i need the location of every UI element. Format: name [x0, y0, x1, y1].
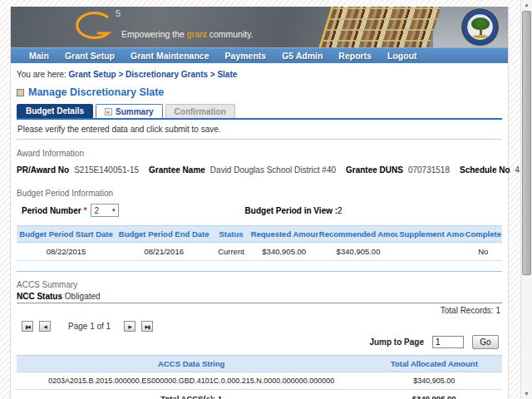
- accs-total-row: Total ACCS(s): 1 $340,905.00: [17, 390, 502, 399]
- chevron-down-icon: ▼: [111, 208, 116, 213]
- tab-confirmation[interactable]: Confirmation: [165, 104, 235, 118]
- period-number-label: Period Number: [22, 206, 81, 215]
- dept-of-education-seal-icon: [461, 7, 500, 47]
- grantee-name-value: David Douglas School District #40: [210, 165, 336, 175]
- grantee-duns-label: Grantee DUNS: [346, 165, 403, 175]
- col-status: Status: [212, 226, 249, 243]
- ncc-status-row: NCC Status Obligated: [17, 289, 502, 303]
- cell-complete: No: [465, 243, 502, 261]
- budget-table-header-row: Budget Period Start Date Budget Period E…: [17, 226, 502, 243]
- schedule-no-value: 4: [515, 165, 520, 175]
- budget-period-in-view-value: 2: [337, 206, 342, 215]
- nav-item-reports[interactable]: Reports: [338, 51, 372, 61]
- page-container: 5 Empowering the grant community. Main G…: [10, 7, 509, 399]
- breadcrumb: You are here: Grant Setup > Discretionar…: [17, 70, 502, 79]
- divider: [17, 271, 502, 272]
- go-button[interactable]: Go: [472, 335, 499, 349]
- app-banner: 5 Empowering the grant community.: [11, 7, 508, 47]
- budget-period-section-label: Budget Period Information: [17, 189, 502, 198]
- col-complete: Complete: [465, 226, 502, 243]
- cell-total-allocated: $340,905.00: [366, 372, 502, 390]
- page-indicator: Page 1 of 1: [68, 322, 111, 331]
- prev-page-icon[interactable]: ◀: [39, 321, 51, 332]
- jump-to-page-label: Jump to Page: [369, 337, 424, 347]
- pagination-top: ▮◀ ◀ Page 1 of 1 ▶ ▶▮: [17, 321, 502, 332]
- award-info-fields: PR/Award No S215E140051-15 Grantee Name …: [17, 165, 502, 175]
- nav-item-grant-setup[interactable]: Grant Setup: [65, 51, 115, 61]
- tab-bar: Budget Details ▸ Summary Confirmation: [17, 104, 502, 118]
- nav-item-payments[interactable]: Payments: [225, 51, 267, 61]
- accs-table: ACCS Data String Total Allocated Amount …: [17, 355, 502, 399]
- breadcrumb-prefix: You are here:: [17, 70, 66, 79]
- last-page-icon[interactable]: ▶▮: [141, 321, 153, 332]
- budget-period-table: Budget Period Start Date Budget Period E…: [17, 225, 502, 261]
- nav-item-g5-admin[interactable]: G5 Admin: [282, 51, 323, 61]
- scrollbar-thumb[interactable]: [522, 11, 531, 275]
- main-nav: Main Grant Setup Grant Maintenance Payme…: [11, 47, 508, 63]
- cell-supplement: [398, 243, 464, 261]
- g5-logo-icon: [71, 10, 116, 47]
- accs-table-row: 0203A2015.B.2015.000000.ES000000.GBD.410…: [17, 372, 502, 390]
- tab-budget-details[interactable]: Budget Details: [17, 104, 93, 118]
- period-number-select[interactable]: 2 ▼: [91, 204, 119, 217]
- col-accs-data-string: ACCS Data String: [17, 356, 366, 372]
- budget-table-row: 08/22/2015 08/21/2016 Current $340,905.0…: [17, 243, 502, 261]
- next-page-icon[interactable]: ▶: [124, 321, 135, 332]
- cell-end-date: 08/21/2016: [116, 243, 212, 261]
- jump-row-top: Jump to Page Go: [17, 335, 502, 349]
- first-page-icon[interactable]: ▮◀: [22, 321, 33, 332]
- cell-accs-data-string: 0203A2015.B.2015.000000.ES000000.GBD.410…: [17, 372, 366, 390]
- ncc-status-label: NCC Status: [17, 292, 62, 301]
- ncc-status-value: Obligated: [65, 292, 101, 301]
- page-title: Manage Discretionary Slate: [17, 86, 502, 98]
- nav-item-grant-maintenance[interactable]: Grant Maintenance: [131, 51, 209, 61]
- nav-item-logout[interactable]: Logout: [387, 51, 417, 61]
- col-requested: Requested Amount: [250, 226, 318, 243]
- col-total-allocated: Total Allocated Amount: [366, 356, 502, 372]
- tab-summary[interactable]: ▸ Summary: [96, 104, 163, 118]
- scroll-down-icon[interactable]: ▼: [521, 391, 532, 397]
- cell-status: Current: [212, 243, 249, 261]
- pr-award-no-label: PR/Award No: [17, 165, 69, 175]
- required-marker: *: [84, 206, 87, 215]
- jump-to-page-input[interactable]: [432, 336, 464, 348]
- col-supplement: Supplement Amount: [398, 226, 464, 243]
- col-end-date: Budget Period End Date: [116, 226, 212, 243]
- grantee-name-label: Grantee Name: [149, 165, 205, 175]
- cell-recommended: $340,905.00: [318, 243, 398, 261]
- nav-item-main[interactable]: Main: [29, 51, 49, 61]
- award-info-section-label: Award Information: [17, 149, 502, 158]
- col-recommended: Recommended Amount: [318, 226, 398, 243]
- schedule-no-label: Schedule No: [460, 165, 510, 175]
- cell-start-date: 08/22/2015: [17, 243, 116, 261]
- accs-total-amount: $340,905.00: [366, 390, 502, 399]
- accs-table-header-row: ACCS Data String Total Allocated Amount: [17, 356, 502, 372]
- budget-period-in-view: Budget Period in View :2: [245, 206, 342, 215]
- col-start-date: Budget Period Start Date: [17, 226, 116, 243]
- cell-requested: $340,905.00: [250, 243, 318, 261]
- breadcrumb-path[interactable]: Grant Setup > Discretionary Grants > Sla…: [68, 70, 237, 79]
- total-records-top: Total Records: 1: [17, 306, 502, 315]
- grantee-duns-value: 070731518: [408, 165, 450, 175]
- pr-award-no-value: S215E140051-15: [74, 165, 139, 175]
- bookshelf-image: [318, 7, 441, 47]
- g5-logo-sup: 5: [116, 8, 121, 18]
- page-title-icon: [17, 89, 24, 96]
- accs-total-label: Total ACCS(s): 1: [17, 390, 366, 399]
- summary-tab-icon: ▸: [105, 108, 112, 116]
- vertical-scrollbar[interactable]: ▲ ▼: [520, 0, 532, 399]
- verify-message: Please verify the entered data and click…: [17, 120, 502, 139]
- tagline-grant-highlight: grant: [187, 29, 207, 39]
- scroll-up-icon[interactable]: ▲: [521, 2, 532, 7]
- banner-tagline: Empowering the grant community.: [121, 29, 254, 39]
- divider: [17, 139, 502, 140]
- accs-section-label: ACCS Summary: [17, 280, 502, 289]
- period-number-selected-value: 2: [95, 206, 100, 215]
